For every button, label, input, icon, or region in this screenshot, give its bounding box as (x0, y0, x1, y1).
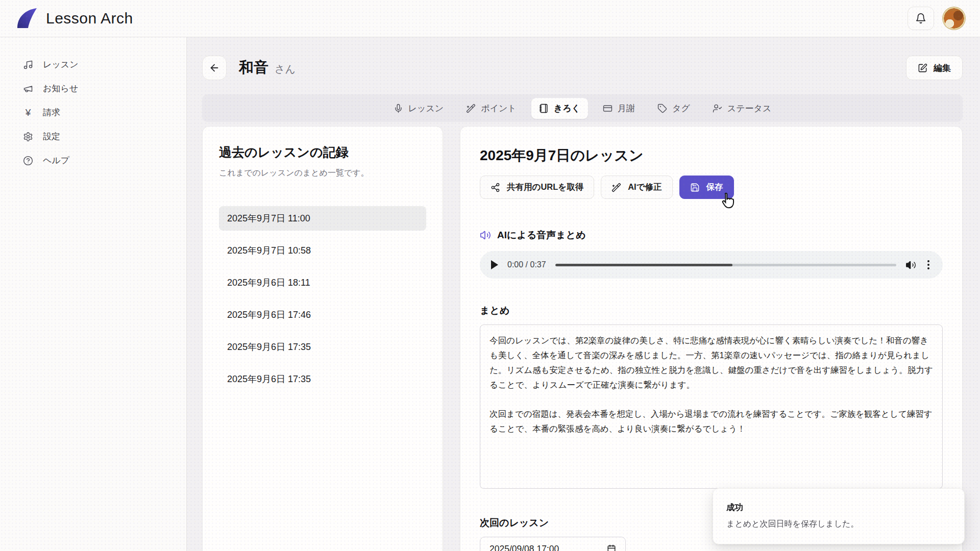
credit-card-icon (603, 104, 612, 113)
edit-button[interactable]: 編集 (906, 56, 963, 80)
wand-sparkles-icon (611, 183, 621, 192)
history-title: 過去のレッスンの記録 (219, 144, 426, 161)
history-item[interactable]: 2025年9月6日 18:11 (219, 270, 426, 295)
notebook-icon (539, 104, 549, 113)
back-button[interactable] (202, 56, 227, 80)
sidebar: レッスン お知らせ ¥ 請求 設定 (0, 37, 187, 551)
history-item-label: 2025年9月6日 17:46 (227, 309, 311, 321)
app-title: Lesson Arch (46, 10, 133, 27)
tab-tags[interactable]: タグ (650, 98, 698, 119)
ai-fix-button[interactable]: AIで修正 (601, 176, 672, 199)
audio-summary-header: AIによる音声まとめ (480, 229, 943, 242)
sidebar-item-label: レッスン (43, 59, 79, 70)
tab-label: タグ (672, 103, 690, 114)
history-list: 2025年9月7日 11:00 2025年9月7日 10:58 2025年9月6… (219, 206, 426, 391)
tab-lesson[interactable]: レッスン (386, 98, 452, 119)
user-avatar[interactable] (942, 7, 966, 30)
notifications-button[interactable] (908, 7, 934, 30)
logo-fin-icon (15, 7, 39, 30)
mic-icon (394, 104, 403, 113)
toast-message: まとめと次回日時を保存しました。 (726, 519, 951, 530)
student-title: 和音 さん (239, 58, 296, 78)
wand-icon (466, 104, 476, 113)
history-item-label: 2025年9月6日 17:35 (227, 341, 311, 353)
help-circle-icon (22, 156, 34, 166)
ai-fix-label: AIで修正 (628, 182, 662, 193)
tab-records[interactable]: きろく (531, 98, 588, 119)
history-item[interactable]: 2025年9月6日 17:46 (219, 303, 426, 327)
user-check-icon (713, 104, 722, 113)
pencil-square-icon (918, 63, 927, 73)
summary-textarea[interactable]: 今回のレッスンでは、第2楽章の旋律の美しさ、特に悲痛な感情表現が心に響く素晴らし… (480, 324, 943, 489)
tab-label: ステータス (727, 103, 772, 114)
audio-time: 0:00 / 0:37 (507, 260, 546, 269)
share-icon (491, 183, 500, 192)
sidebar-item-lessons[interactable]: レッスン (0, 53, 186, 77)
history-item-label: 2025年9月7日 10:58 (227, 244, 311, 257)
share-url-label: 共有用のURLを取得 (507, 182, 583, 193)
calendar-icon[interactable] (607, 544, 616, 551)
save-floppy-icon (690, 183, 700, 192)
lesson-detail-panel: 2025年9月7日のレッスン 共有用のURLを取得 (460, 126, 963, 551)
history-panel: 過去のレッスンの記録 これまでのレッスンのまとめ一覧です。 2025年9月7日 … (202, 126, 443, 551)
audio-summary-title: AIによる音声まとめ (497, 229, 586, 242)
sidebar-item-label: 設定 (43, 131, 60, 142)
tab-label: ポイント (481, 103, 517, 114)
history-subtitle: これまでのレッスンのまとめ一覧です。 (219, 168, 426, 179)
sidebar-item-label: 請求 (43, 107, 60, 118)
history-item-label: 2025年9月7日 11:00 (227, 212, 310, 224)
student-honorific: さん (275, 62, 296, 76)
next-lesson-datetime-value: 2025/09/08 17:00 (489, 544, 559, 551)
history-item-label: 2025年9月6日 18:11 (227, 277, 310, 289)
sidebar-item-announcements[interactable]: お知らせ (0, 77, 186, 101)
success-toast: 成功 まとめと次回日時を保存しました。 (713, 488, 965, 544)
history-item[interactable]: 2025年9月7日 11:00 (219, 206, 426, 231)
audio-menu-button[interactable] (925, 258, 932, 271)
top-bar-right (908, 7, 966, 30)
bell-icon (915, 13, 926, 24)
tab-label: きろく (554, 103, 580, 114)
audio-progress-played (555, 264, 733, 266)
tab-label: レッスン (408, 103, 444, 114)
student-name: 和音 (239, 58, 268, 78)
arrow-left-icon (209, 62, 220, 73)
speaker-icon (480, 230, 491, 241)
yen-icon: ¥ (22, 107, 34, 118)
summary-label: まとめ (480, 304, 943, 317)
sidebar-item-settings[interactable]: 設定 (0, 124, 186, 148)
gear-icon (22, 132, 34, 142)
app-logo: Lesson Arch (15, 7, 133, 30)
music-note-icon (22, 60, 34, 70)
sidebar-item-billing[interactable]: ¥ 請求 (0, 101, 186, 124)
megaphone-icon (22, 84, 34, 94)
save-label: 保存 (706, 182, 723, 193)
volume-icon[interactable] (905, 260, 916, 270)
tab-label: 月謝 (618, 103, 635, 114)
share-url-button[interactable]: 共有用のURLを取得 (480, 176, 594, 199)
tab-status[interactable]: ステータス (705, 98, 779, 119)
top-bar: Lesson Arch (0, 0, 980, 37)
audio-player: 0:00 / 0:37 (480, 251, 943, 279)
audio-seekbar[interactable] (555, 264, 896, 266)
student-header: 和音 さん 編集 (202, 56, 963, 80)
tab-points[interactable]: ポイント (458, 98, 524, 119)
tab-tuition[interactable]: 月謝 (595, 98, 643, 119)
main-content: 和音 さん 編集 レッスン (187, 37, 980, 551)
play-button[interactable] (491, 260, 498, 269)
toast-title: 成功 (726, 502, 951, 513)
sidebar-item-help[interactable]: ヘルプ (0, 148, 186, 172)
history-item[interactable]: 2025年9月7日 10:58 (219, 238, 426, 263)
save-button[interactable]: 保存 (679, 176, 734, 199)
edit-button-label: 編集 (934, 62, 951, 74)
lesson-title: 2025年9月7日のレッスン (480, 146, 943, 165)
tag-icon (657, 104, 667, 113)
lesson-actions: 共有用のURLを取得 AIで修正 (480, 176, 943, 199)
sidebar-item-label: お知らせ (43, 83, 78, 94)
sidebar-item-label: ヘルプ (43, 155, 69, 166)
tab-bar: レッスン ポイント きろく (202, 94, 963, 122)
history-item[interactable]: 2025年9月6日 17:35 (219, 367, 426, 391)
next-lesson-datetime-input[interactable]: 2025/09/08 17:00 (480, 537, 626, 551)
history-item-label: 2025年9月6日 17:35 (227, 373, 311, 385)
history-item[interactable]: 2025年9月6日 17:35 (219, 335, 426, 359)
